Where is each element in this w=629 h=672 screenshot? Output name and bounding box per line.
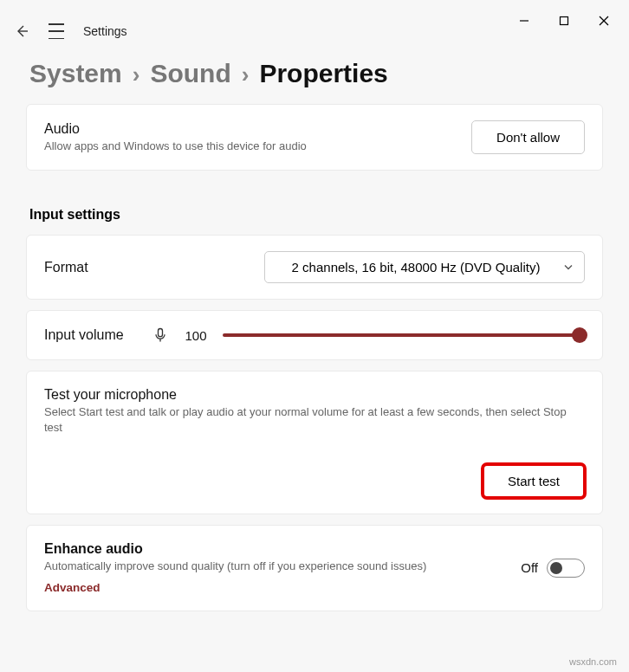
breadcrumb-sound[interactable]: Sound xyxy=(150,59,230,88)
back-button[interactable] xyxy=(14,23,29,39)
format-value: 2 channels, 16 bit, 48000 Hz (DVD Qualit… xyxy=(292,260,541,275)
start-test-button[interactable]: Start test xyxy=(483,464,585,498)
test-title: Test your microphone xyxy=(44,387,585,403)
audio-title: Audio xyxy=(44,121,457,137)
chevron-right-icon: › xyxy=(133,61,140,88)
maximize-button[interactable] xyxy=(544,7,584,35)
enhance-subtitle: Automatically improve sound quality (tur… xyxy=(44,559,507,574)
chevron-down-icon xyxy=(563,260,574,275)
svg-rect-5 xyxy=(159,329,163,337)
chevron-right-icon: › xyxy=(242,61,250,88)
enhance-title: Enhance audio xyxy=(44,541,507,557)
slider-thumb[interactable] xyxy=(572,327,587,343)
test-subtitle: Select Start test and talk or play audio… xyxy=(44,404,585,435)
watermark: wsxdn.com xyxy=(569,656,617,667)
format-select[interactable]: 2 channels, 16 bit, 48000 Hz (DVD Qualit… xyxy=(264,251,585,283)
enhance-toggle[interactable] xyxy=(547,559,585,578)
menu-icon[interactable] xyxy=(49,23,64,39)
enhance-audio-card: Enhance audio Automatically improve soun… xyxy=(26,525,603,611)
test-microphone-card: Test your microphone Select Start test a… xyxy=(26,371,603,514)
advanced-link[interactable]: Advanced xyxy=(44,581,101,594)
format-card: Format 2 channels, 16 bit, 48000 Hz (DVD… xyxy=(26,235,603,300)
volume-label: Input volume xyxy=(44,327,139,343)
minimize-button[interactable] xyxy=(504,7,544,35)
audio-card: Audio Allow apps and Windows to use this… xyxy=(26,104,603,171)
volume-slider[interactable] xyxy=(223,333,585,337)
input-settings-heading: Input settings xyxy=(26,181,603,235)
app-title: Settings xyxy=(83,24,127,38)
breadcrumb-properties: Properties xyxy=(259,59,387,88)
close-button[interactable] xyxy=(584,7,624,35)
breadcrumb-system[interactable]: System xyxy=(29,59,122,88)
microphone-icon xyxy=(152,326,169,344)
dont-allow-button[interactable]: Don't allow xyxy=(471,120,585,154)
format-label: Format xyxy=(44,260,88,275)
toggle-state-label: Off xyxy=(521,560,538,575)
toggle-knob xyxy=(550,562,562,574)
audio-subtitle: Allow apps and Windows to use this devic… xyxy=(44,139,457,154)
volume-card: Input volume 100 xyxy=(26,310,603,360)
breadcrumb: System › Sound › Properties xyxy=(0,48,629,104)
volume-value: 100 xyxy=(181,328,211,343)
svg-rect-1 xyxy=(561,17,568,25)
